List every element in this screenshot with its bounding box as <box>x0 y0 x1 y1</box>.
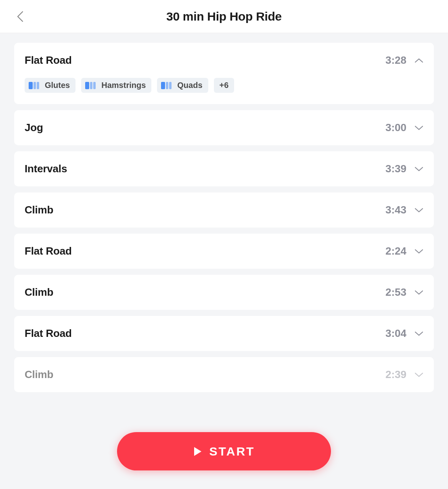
chevron-down-icon <box>415 290 423 295</box>
chevron-down-icon <box>415 125 423 131</box>
segment-row[interactable]: Flat Road 3:28 Glutes Hamstrings <box>14 43 434 104</box>
segment-row[interactable]: Flat Road 3:04 <box>14 316 434 351</box>
muscle-tag[interactable]: Glutes <box>25 78 75 93</box>
muscle-tags: Glutes Hamstrings Quads +6 <box>25 78 423 93</box>
chevron-down-icon <box>415 331 423 336</box>
start-label: START <box>209 445 255 458</box>
segment-duration: 3:43 <box>385 204 406 216</box>
segment-name: Climb <box>25 286 53 299</box>
segment-duration: 3:04 <box>385 327 406 340</box>
muscle-icon <box>29 81 41 90</box>
muscle-tag[interactable]: Quads <box>157 78 208 93</box>
muscle-tag[interactable]: Hamstrings <box>81 78 151 93</box>
start-button[interactable]: START <box>117 432 331 470</box>
segment-name: Climb <box>25 204 53 216</box>
segment-duration: 2:39 <box>385 368 406 381</box>
segment-duration: 3:28 <box>385 54 406 67</box>
page-title: 30 min Hip Hop Ride <box>0 10 448 23</box>
segment-header: Flat Road 3:04 <box>25 327 423 340</box>
segment-duration: 3:00 <box>385 121 406 134</box>
segment-meta: 3:28 <box>385 54 423 67</box>
segment-duration: 2:53 <box>385 286 406 299</box>
tag-label: Hamstrings <box>101 81 146 90</box>
chevron-down-icon <box>415 207 423 213</box>
segment-name: Jog <box>25 121 43 134</box>
segment-row[interactable]: Intervals 3:39 <box>14 151 434 186</box>
segment-header: Climb 2:39 <box>25 368 423 381</box>
muscle-icon <box>85 81 97 90</box>
segment-meta: 2:39 <box>385 368 423 381</box>
segment-header: Climb 2:53 <box>25 286 423 299</box>
segment-duration: 3:39 <box>385 163 406 175</box>
segment-meta: 3:43 <box>385 204 423 216</box>
segment-duration: 2:24 <box>385 245 406 257</box>
segment-header: Intervals 3:39 <box>25 163 423 175</box>
segment-name: Flat Road <box>25 54 72 67</box>
segment-row[interactable]: Climb 3:43 <box>14 192 434 228</box>
segment-name: Flat Road <box>25 327 72 340</box>
tag-label: Glutes <box>45 81 70 90</box>
chevron-left-icon <box>17 10 24 23</box>
segment-name: Intervals <box>25 163 67 175</box>
segment-header: Jog 3:00 <box>25 121 423 134</box>
header: 30 min Hip Hop Ride <box>0 0 448 33</box>
segment-row[interactable]: Jog 3:00 <box>14 110 434 145</box>
segment-meta: 2:24 <box>385 245 423 257</box>
muscle-icon <box>161 81 173 90</box>
segment-row[interactable]: Climb 2:39 <box>14 357 434 392</box>
segment-meta: 3:39 <box>385 163 423 175</box>
segments-list: Flat Road 3:28 Glutes Hamstrings <box>0 33 448 489</box>
segment-row[interactable]: Climb 2:53 <box>14 275 434 310</box>
more-tags-button[interactable]: +6 <box>214 78 234 93</box>
chevron-up-icon <box>415 58 423 63</box>
segment-meta: 3:04 <box>385 327 423 340</box>
segment-meta: 3:00 <box>385 121 423 134</box>
segment-header: Climb 3:43 <box>25 204 423 216</box>
segment-row[interactable]: Flat Road 2:24 <box>14 234 434 269</box>
back-button[interactable] <box>12 8 28 25</box>
play-icon <box>193 446 202 457</box>
segment-header: Flat Road 2:24 <box>25 245 423 257</box>
chevron-down-icon <box>415 249 423 254</box>
segment-header: Flat Road 3:28 <box>25 54 423 67</box>
segment-name: Climb <box>25 368 53 381</box>
chevron-down-icon <box>415 372 423 378</box>
segment-meta: 2:53 <box>385 286 423 299</box>
segment-name: Flat Road <box>25 245 72 257</box>
chevron-down-icon <box>415 166 423 172</box>
tag-label: Quads <box>177 81 202 90</box>
